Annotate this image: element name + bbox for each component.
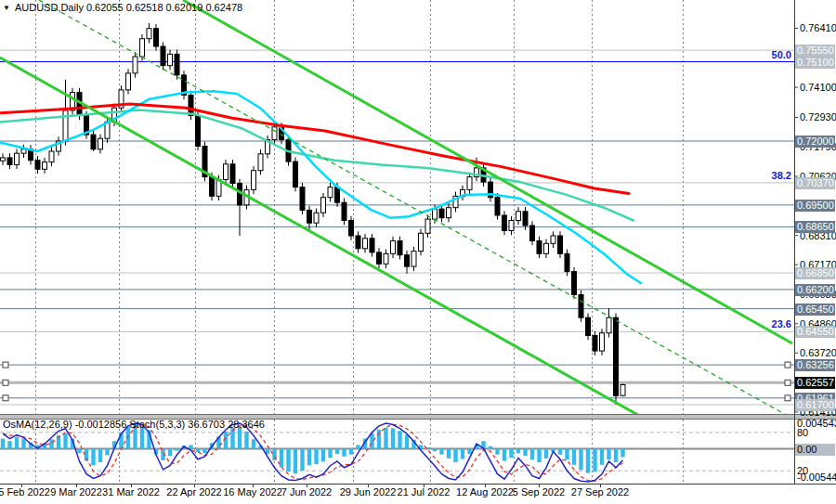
price-level-badge: 0.63256 bbox=[795, 359, 835, 371]
subwindow-min-label: -0.0054454 bbox=[797, 472, 836, 483]
date-axis-label: 7 Jun 2022 bbox=[281, 486, 332, 498]
fib-level-label: 23.6 bbox=[743, 318, 791, 330]
price-axis-tick-label: 0.76410 bbox=[800, 22, 836, 33]
indicator-label: OsMA(12,26,9) -0.0012856 Stoch(5,3,3) 36… bbox=[3, 419, 265, 430]
subwindow-80-label: 80 bbox=[797, 427, 808, 438]
date-axis-label: 27 Sep 2022 bbox=[571, 486, 629, 498]
symbol-dropdown-icon[interactable]: ▼ bbox=[3, 4, 10, 12]
price-level-badge: 0.70370 bbox=[795, 177, 835, 189]
price-level-badge: 0.66850 bbox=[795, 267, 835, 279]
price-level-badge: 0.69500 bbox=[795, 200, 835, 212]
price-level-badge: 0.64550 bbox=[795, 326, 835, 338]
price-level-badge: 0.62557 bbox=[795, 377, 835, 389]
date-axis-label: 29 Jun 2022 bbox=[340, 486, 397, 498]
chart-title: AUDUSD,Daily 0.62055 0.62518 0.62019 0.6… bbox=[15, 2, 242, 13]
date-axis-label: 21 Jul 2022 bbox=[398, 486, 451, 498]
date-axis-label: 9 Mar 2022 bbox=[50, 486, 102, 498]
date-axis-label: 31 Mar 2022 bbox=[102, 486, 160, 498]
price-axis-tick-label: 0.63720 bbox=[800, 347, 836, 358]
price-level-badge: 0.65450 bbox=[795, 304, 835, 316]
subwindow-zero-badge: 0.00 bbox=[795, 444, 835, 456]
chart-window: ▼ AUDUSD,Daily 0.62055 0.62518 0.62019 0… bbox=[0, 0, 836, 504]
price-level-badge: 0.68650 bbox=[795, 221, 835, 233]
date-axis-label: 15 Feb 2022 bbox=[0, 486, 50, 498]
date-axis-label: 16 May 2022 bbox=[223, 486, 282, 498]
fib-level-label: 38.2 bbox=[743, 170, 791, 181]
fib-level-label: 50.0 bbox=[743, 49, 791, 60]
date-axis-label: 5 Sep 2022 bbox=[513, 486, 565, 498]
price-axis-tick-label: 0.72930 bbox=[800, 111, 836, 123]
price-level-badge: 0.75550 bbox=[795, 45, 835, 57]
date-axis-label: 12 Aug 2022 bbox=[456, 486, 514, 498]
price-axis-tick-label: 0.74100 bbox=[800, 82, 836, 93]
date-axis-label: 22 Apr 2022 bbox=[166, 486, 221, 498]
price-level-badge: 0.75100 bbox=[795, 57, 835, 69]
price-level-badge: 0.66200 bbox=[795, 284, 835, 296]
price-level-badge: 0.61700 bbox=[795, 399, 835, 411]
chart-title-bar: ▼ AUDUSD,Daily 0.62055 0.62518 0.62019 0… bbox=[3, 2, 242, 13]
price-level-badge: 0.72000 bbox=[795, 136, 835, 148]
